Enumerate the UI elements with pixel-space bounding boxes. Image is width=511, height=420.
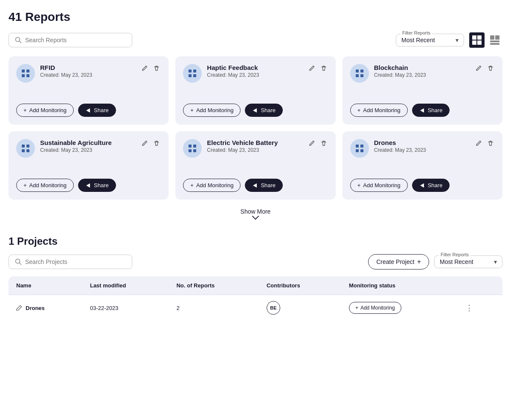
report-card-icon-1 [16,64,35,83]
chevron-down-icon: ▾ [456,37,459,43]
trash-icon [320,65,327,72]
project-more-options-button[interactable]: ⋮ [463,302,476,313]
projects-filter-select[interactable]: Most Recent Oldest A-Z Z-A [440,258,491,265]
project-num-reports-cell: 2 [169,295,259,321]
report-card-date-2: Created: May 23, 2023 [207,72,302,78]
share-report-2-button[interactable]: Share [245,104,283,117]
share-icon [85,107,91,113]
add-monitoring-project-button[interactable]: + Add Monitoring [349,302,401,314]
project-row-drones: Drones 03-22-2023 2 BE + Add Monitoring [9,295,502,321]
delete-report-3-button[interactable] [486,64,495,72]
reports-page-title: 41 Reports [9,10,502,24]
projects-search-box [9,255,132,269]
edit-report-5-button[interactable] [308,139,316,148]
delete-report-4-button[interactable] [152,139,161,148]
share-icon [85,182,91,188]
project-name-cell: Drones [9,295,82,321]
delete-report-1-button[interactable] [152,64,161,72]
list-view-button[interactable] [487,32,502,48]
edit-icon [308,140,315,147]
share-report-4-button[interactable]: Share [78,179,116,192]
search-icon [15,258,22,265]
add-monitoring-report-6-button[interactable]: + Add Monitoring [350,179,408,192]
delete-report-6-button[interactable] [486,139,495,148]
report-card-icon-4 [16,139,35,158]
plus-icon: + [190,182,194,188]
add-monitoring-report-5-button[interactable]: + Add Monitoring [183,179,241,192]
svg-rect-26 [189,145,192,148]
svg-rect-14 [189,70,192,72]
add-monitoring-report-2-button[interactable]: + Add Monitoring [183,104,241,117]
edit-icon [308,65,315,72]
share-icon [419,182,425,188]
reports-search-input[interactable] [25,37,126,43]
projects-search-input[interactable] [25,258,126,265]
edit-report-2-button[interactable] [308,64,316,72]
share-icon [419,107,425,113]
reports-search-box [9,33,132,47]
report-card-title-2: Haptic Feedback [207,64,302,71]
report-card-title-6: Drones [374,139,469,146]
trash-icon [153,65,160,72]
svg-rect-23 [26,145,29,148]
reports-toolbar: Filter Reports Most Recent Oldest A-Z Z-… [9,32,502,48]
svg-rect-13 [26,74,29,77]
trash-icon [320,140,327,147]
list-view-icon [489,34,501,46]
edit-report-1-button[interactable] [140,64,149,72]
report-card-date-6: Created: May 23, 2023 [374,147,469,153]
share-report-5-button[interactable]: Share [245,179,283,192]
col-header-last-modified: Last modified [82,276,169,295]
share-icon [252,182,258,188]
report-card-date-5: Created: May 23, 2023 [207,147,302,153]
share-report-6-button[interactable]: Share [412,179,450,192]
reports-filter-select[interactable]: Most Recent Oldest A-Z Z-A [401,37,453,43]
add-monitoring-report-3-button[interactable]: + Add Monitoring [350,104,408,117]
grid-view-button[interactable] [469,32,485,48]
col-header-num-reports: No. of Reports [169,276,259,295]
report-card-title-5: Electric Vehicle Battery [207,139,302,146]
svg-rect-10 [22,70,25,72]
svg-line-35 [20,263,21,265]
report-card-title-3: Blockchain [374,64,469,71]
edit-report-3-button[interactable] [474,64,483,72]
svg-rect-11 [26,70,29,72]
plus-icon: + [357,107,361,113]
grid-view-icon [471,34,483,46]
add-monitoring-report-1-button[interactable]: + Add Monitoring [16,104,74,117]
svg-rect-12 [22,74,25,77]
show-more-button[interactable]: Show More [9,208,502,220]
view-toggle-group [469,32,502,48]
delete-report-5-button[interactable] [319,139,328,148]
svg-rect-22 [22,145,25,148]
project-last-modified-cell: 03-22-2023 [82,295,169,321]
three-dots-icon: ⋮ [465,304,473,312]
svg-rect-33 [360,149,363,152]
edit-icon [141,140,148,147]
svg-rect-7 [495,35,499,40]
plus-icon: + [190,107,194,113]
share-report-1-button[interactable]: Share [78,104,116,117]
svg-rect-17 [193,74,196,77]
plus-icon: + [23,182,27,188]
delete-report-2-button[interactable] [319,64,328,72]
report-card-3: Blockchain Created: May 23, 2023 [343,56,502,125]
reports-filter-wrapper: Filter Reports Most Recent Oldest A-Z Z-… [396,34,464,46]
edit-report-6-button[interactable] [474,139,483,148]
col-header-actions [455,276,502,295]
share-report-3-button[interactable]: Share [412,104,450,117]
report-card-title-1: RFID [40,64,135,71]
create-project-button[interactable]: Create Project + [368,254,429,269]
svg-rect-27 [193,145,196,148]
trash-icon [153,140,160,147]
project-contributors-cell: BE [259,295,341,321]
project-more-actions-cell: ⋮ [455,295,502,321]
report-card-icon-2 [183,64,202,83]
plus-icon: + [357,182,361,188]
report-card-date-3: Created: May 23, 2023 [374,72,469,78]
add-monitoring-report-4-button[interactable]: + Add Monitoring [16,179,74,192]
edit-report-4-button[interactable] [140,139,149,148]
svg-rect-9 [490,43,499,45]
svg-rect-31 [360,145,363,148]
svg-rect-15 [193,70,196,72]
